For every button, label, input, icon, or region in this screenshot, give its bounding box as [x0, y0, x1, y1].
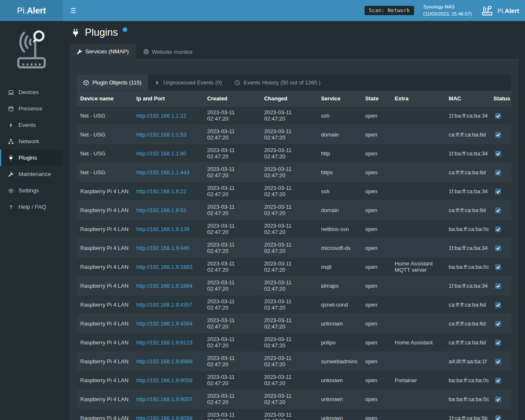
ip-port-link[interactable]: http://192.168.1.9:445: [136, 245, 190, 251]
column-header-ip-and-port[interactable]: Ip and Port: [133, 91, 204, 106]
sidebar-item-settings[interactable]: Settings: [0, 182, 63, 199]
cell-changed: 2023-03-11 02:47:20: [261, 182, 318, 201]
bolt-icon: [7, 122, 14, 128]
cell-created: 2023-03-11 02:47:20: [204, 220, 261, 239]
sidebar-item-plugins[interactable]: Plugins: [0, 150, 63, 166]
ip-port-link[interactable]: http://192.168.1.9:22: [136, 188, 186, 194]
table-row: Net - USG http://192.168.1.1:443 2023-03…: [77, 163, 511, 182]
tab-plugin-objects-115[interactable]: Plugin Objects (115): [77, 75, 148, 90]
status-checkbox[interactable]: [495, 283, 501, 289]
status-checkbox[interactable]: [495, 226, 501, 232]
ip-port-link[interactable]: http://192.168.1.9:8123: [136, 339, 193, 346]
status-checkbox[interactable]: [495, 189, 501, 194]
sidebar-item-maintenance[interactable]: Maintenance: [0, 166, 63, 182]
cell-mac: ca:ff:ff:ca:ba:6d: [445, 314, 490, 333]
cell-state: open: [362, 390, 391, 409]
status-checkbox[interactable]: [495, 321, 501, 327]
page-header: Plugins: [69, 21, 519, 44]
ip-port-link[interactable]: http://192.168.1.1:53: [136, 131, 186, 138]
ip-port-link[interactable]: http://192.168.1.9:9058: [136, 415, 193, 420]
tab-services-nmap[interactable]: Services (NMAP): [69, 44, 136, 60]
table-row: Raspberry Pi 4 LAN http://192.168.1.9:18…: [77, 257, 511, 276]
cell-changed: 2023-03-11 02:47:20: [261, 295, 318, 314]
column-header-changed[interactable]: Changed: [261, 91, 318, 106]
cell-service: polipo: [318, 333, 362, 352]
ip-port-link[interactable]: http://192.168.1.9:9056: [136, 377, 193, 383]
sidebar-item-presence[interactable]: Presence: [0, 100, 63, 117]
sidebar-item-help-faq[interactable]: ? Help / FAQ: [0, 199, 63, 215]
tab-website-monitor[interactable]: Website monitor: [136, 44, 200, 60]
ip-port-link[interactable]: http://192.168.1.9:53: [136, 207, 186, 213]
cell-changed: 2023-03-11 02:47:20: [261, 239, 318, 257]
ip-port-link[interactable]: http://192.168.1.1:22: [136, 113, 186, 119]
status-checkbox[interactable]: [495, 245, 501, 251]
cell-device-name: Raspberry Pi 4 LAN: [77, 220, 133, 239]
ip-port-link[interactable]: http://192.168.1.1:443: [136, 169, 190, 176]
cell-service: unknown: [318, 409, 362, 420]
column-header-device-name[interactable]: Device name: [77, 91, 133, 106]
table-row: Raspberry Pi 4 LAN http://192.168.1.9:13…: [77, 220, 511, 239]
cell-created: 2023-03-11 02:47:20: [204, 314, 261, 333]
cell-state: open: [362, 125, 391, 144]
wrench-icon: [76, 49, 82, 55]
tab-events-history-50-out-of-1265[interactable]: Events History (50 out of 1265 ): [228, 75, 327, 90]
sidebar-menu: Devices Presence Events Network Plugins …: [0, 84, 63, 215]
cell-extra: Home Assistant MQTT server: [391, 257, 445, 276]
sidebar-item-events[interactable]: Events: [0, 117, 63, 133]
column-header-extra[interactable]: Extra: [391, 91, 445, 106]
cell-device-name: Net - USG: [77, 125, 133, 144]
status-checkbox[interactable]: [495, 340, 501, 346]
status-checkbox[interactable]: [495, 132, 501, 138]
cell-device-name: Raspberry Pi 4 LAN: [77, 409, 133, 420]
status-checkbox[interactable]: [495, 302, 501, 308]
brand-link[interactable]: Pi.Alert: [481, 5, 519, 16]
cell-changed: 2023-03-11 02:47:20: [261, 106, 318, 125]
table-header-row: Device nameIp and PortCreatedChangedServ…: [77, 91, 511, 106]
title-help-badge[interactable]: [123, 27, 127, 32]
table-row: Raspberry Pi 4 LAN http://192.168.1.9:43…: [77, 295, 511, 314]
column-header-state[interactable]: State: [362, 91, 391, 106]
status-checkbox[interactable]: [495, 264, 501, 270]
column-header-service[interactable]: Service: [318, 91, 362, 106]
cell-service: ssh: [318, 182, 362, 201]
status-checkbox[interactable]: [495, 170, 501, 176]
gear-icon: [7, 188, 14, 194]
cell-state: open: [362, 352, 391, 371]
status-checkbox[interactable]: [495, 151, 501, 157]
status-checkbox[interactable]: [495, 113, 501, 119]
column-header-created[interactable]: Created: [204, 91, 261, 106]
clock-icon: [234, 80, 240, 86]
plugin-tabs: Services (NMAP) Website monitor: [69, 44, 519, 60]
column-header-mac[interactable]: MAC: [445, 91, 490, 106]
status-checkbox[interactable]: [495, 378, 501, 383]
cell-state: open: [362, 295, 391, 314]
app-logo[interactable]: Pi.Alert: [0, 0, 63, 21]
ip-port-link[interactable]: http://192.168.1.9:1884: [136, 283, 193, 289]
ip-port-link[interactable]: http://192.168.1.9:4357: [136, 302, 193, 308]
table-row: Raspberry Pi 4 LAN http://192.168.1.9:22…: [77, 182, 511, 201]
cell-state: open: [362, 409, 391, 420]
cell-extra: [391, 182, 445, 201]
cell-created: 2023-03-11 02:47:20: [204, 333, 261, 352]
ip-port-link[interactable]: http://192.168.1.9:9057: [136, 396, 193, 402]
tab-unprocessed-events-0[interactable]: Unprocessed Events (0): [148, 75, 228, 90]
status-checkbox[interactable]: [495, 415, 501, 420]
status-checkbox[interactable]: [495, 396, 501, 402]
ip-port-link[interactable]: http://192.168.1.9:8989: [136, 358, 193, 365]
ip-port-link[interactable]: http://192.168.1.9:139: [136, 226, 190, 232]
sidebar-item-network[interactable]: Network: [0, 133, 63, 150]
status-checkbox[interactable]: [495, 207, 501, 213]
question-icon: ?: [7, 204, 14, 210]
plug-icon: [71, 26, 80, 39]
ip-port-link[interactable]: http://192.168.1.1:80: [136, 150, 186, 157]
sidebar-item-devices[interactable]: Devices: [0, 84, 63, 100]
column-header-status[interactable]: Status: [490, 91, 511, 106]
table-row: Raspberry Pi 4 LAN http://192.168.1.9:90…: [77, 409, 511, 420]
ip-port-link[interactable]: http://192.168.1.9:4384: [136, 320, 193, 327]
sitemap-icon: [7, 139, 14, 144]
status-checkbox[interactable]: [495, 359, 501, 365]
logo-pi: Pi.: [17, 6, 27, 16]
hamburger-menu-icon[interactable]: ☰: [63, 0, 83, 21]
cell-mac: 1f:ba:ff:ca:ba:34: [445, 239, 490, 257]
ip-port-link[interactable]: http://192.168.1.9:1883: [136, 264, 193, 270]
